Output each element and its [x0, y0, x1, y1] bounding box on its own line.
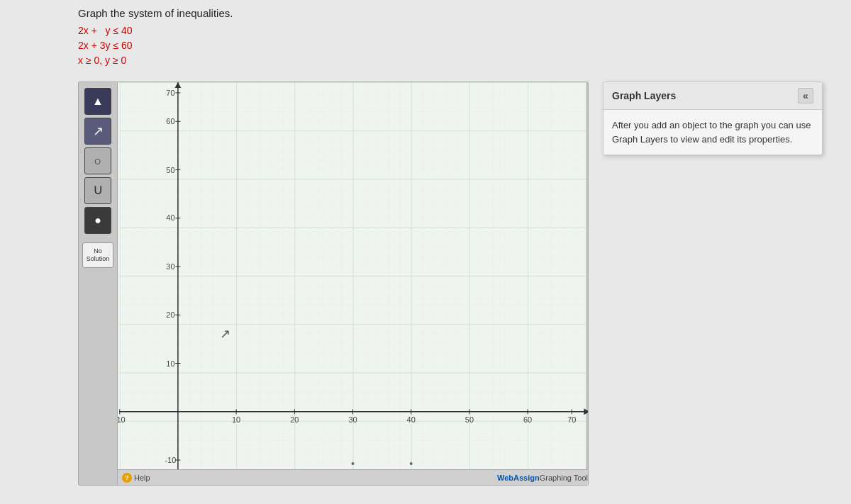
svg-text:60: 60 — [523, 415, 532, 424]
inequality-1: 2x + y ≤ 40 — [78, 23, 716, 38]
inequality-3: x ≥ 0, y ≥ 0 — [78, 53, 716, 68]
svg-point-40 — [352, 462, 355, 465]
help-icon: ? — [122, 473, 132, 483]
line-tool-button[interactable]: ↗ — [84, 118, 111, 145]
graphing-tool-text: Graphing Tool — [540, 474, 588, 482]
svg-text:10: 10 — [166, 359, 174, 368]
graph-layers-panel: Graph Layers « After you add an object t… — [603, 82, 823, 155]
svg-text:50: 50 — [166, 166, 174, 174]
svg-text:-10: -10 — [165, 456, 177, 464]
panel-body: After you add an object to the graph you… — [604, 110, 822, 155]
help-label[interactable]: Help — [134, 474, 150, 482]
svg-text:60: 60 — [166, 117, 174, 125]
svg-text:30: 30 — [348, 415, 357, 424]
svg-text:40: 40 — [407, 415, 416, 424]
svg-text:-10: -10 — [118, 415, 126, 424]
webassign-brand: WebAssign — [497, 474, 540, 482]
inequality-2: 2x + 3y ≤ 60 — [78, 38, 716, 53]
help-bar: ? Help WebAssign Graphing Tool — [118, 469, 588, 485]
point-tool-button[interactable]: ● — [84, 207, 111, 234]
svg-text:30: 30 — [166, 262, 174, 271]
curve-tool-button[interactable]: ∪ — [84, 177, 111, 204]
svg-text:40: 40 — [166, 213, 174, 222]
panel-header: Graph Layers « — [604, 82, 822, 110]
panel-title: Graph Layers — [612, 90, 676, 101]
no-solution-button[interactable]: NoSolution — [82, 242, 113, 268]
svg-point-41 — [410, 462, 413, 465]
panel-description: After you add an object to the graph you… — [612, 120, 811, 145]
select-tool-button[interactable]: ▲ — [84, 88, 111, 115]
svg-text:20: 20 — [166, 310, 174, 319]
svg-text:50: 50 — [465, 415, 474, 424]
svg-text:70: 70 — [166, 89, 174, 97]
svg-text:20: 20 — [290, 415, 299, 424]
main-container: Graph the system of inequalities. 2x + y… — [0, 0, 851, 504]
collapse-panel-button[interactable]: « — [798, 88, 813, 103]
graph-svg: -10 10 20 30 40 50 60 — [118, 82, 588, 469]
no-solution-label: NoSolution — [87, 247, 110, 263]
inequalities: 2x + y ≤ 40 2x + 3y ≤ 60 x ≥ 0, y ≥ 0 — [78, 23, 716, 68]
circle-tool-button[interactable]: ○ — [84, 147, 111, 174]
problem-title: Graph the system of inequalities. — [78, 7, 716, 19]
toolbar: ▲ ↗ ○ ∪ ● NoSolution — [79, 82, 118, 485]
svg-text:70: 70 — [567, 415, 576, 424]
graph-panel: ▲ ↗ ○ ∪ ● NoSolution 🗑 🗑 ⬇ Fill — [78, 82, 589, 486]
graph-area[interactable]: -10 10 20 30 40 50 60 — [118, 82, 588, 469]
problem-area: Graph the system of inequalities. 2x + y… — [78, 7, 716, 74]
svg-text:10: 10 — [232, 415, 240, 424]
